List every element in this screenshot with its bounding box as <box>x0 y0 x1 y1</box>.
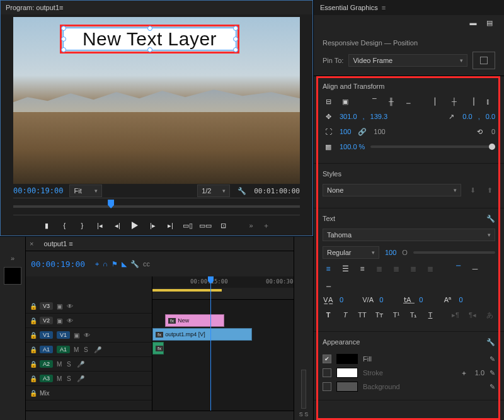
solo-icon[interactable]: S <box>67 361 73 368</box>
text-layer-editor[interactable]: New Text Layer <box>63 28 236 50</box>
scale-value[interactable]: 100 <box>340 128 351 135</box>
resize-handle-tl[interactable] <box>61 26 66 31</box>
text-justify-last-right-icon[interactable]: ≣ <box>408 264 419 274</box>
stroke-width[interactable]: 1.0 <box>475 369 484 377</box>
snap-icon[interactable]: ⌖ <box>95 260 99 268</box>
align-hright-icon[interactable]: ▕ <box>466 96 477 106</box>
voiceover-icon[interactable]: 🎤 <box>77 361 83 368</box>
timeline-scrollbar[interactable] <box>26 411 294 420</box>
mark-in-bracket-icon[interactable]: { <box>60 221 69 230</box>
text-align-center-icon[interactable]: ☰ <box>340 264 351 274</box>
source-chevron-icon[interactable]: » <box>7 253 18 263</box>
resize-handle-mr[interactable] <box>233 37 238 42</box>
subscript-icon[interactable]: T₁ <box>408 310 419 320</box>
pin-to-select[interactable]: Video Frame▾ <box>348 54 467 67</box>
new-folder-icon[interactable]: ▬ <box>467 18 479 28</box>
fill-swatch[interactable] <box>336 354 358 364</box>
text-align-left-icon[interactable]: ≡ <box>323 264 334 274</box>
anchor-x[interactable]: 0.0 <box>462 113 472 120</box>
baseline-value[interactable]: 0 <box>459 296 462 304</box>
solo-icon[interactable]: S <box>67 375 73 382</box>
timeline-playhead-line[interactable] <box>210 276 211 411</box>
link-scale-icon[interactable]: 🔗 <box>357 127 368 137</box>
all-caps-icon[interactable]: TT <box>357 310 368 320</box>
tategaki-icon[interactable]: あ <box>484 310 495 320</box>
export-frame-icon[interactable]: ⊡ <box>219 221 227 230</box>
mute-icon[interactable]: M <box>57 375 63 382</box>
resize-handle-ml[interactable] <box>61 37 66 42</box>
font-size-slider[interactable] <box>413 251 495 254</box>
new-layer-icon[interactable]: ▤ <box>484 18 495 28</box>
mute-icon[interactable]: M <box>57 361 63 368</box>
stroke-swatch[interactable] <box>336 368 358 378</box>
font-style-select[interactable]: Regular▾ <box>323 246 379 259</box>
transport-add-icon[interactable]: ＋ <box>262 221 271 230</box>
track-header-v2[interactable]: 🔒V2▣👁 <box>26 314 152 328</box>
rtl-icon[interactable]: ¶◂ <box>467 310 478 320</box>
text-align-right-icon[interactable]: ≡ <box>357 264 368 274</box>
graphics-clip[interactable]: fxNew <box>165 314 224 327</box>
ltr-icon[interactable]: ▸¶ <box>450 310 461 320</box>
panel-menu-icon[interactable]: ≡ <box>59 4 63 11</box>
linked-selection-icon[interactable]: ∩ <box>103 260 108 268</box>
fill-checkbox[interactable] <box>323 355 331 363</box>
track-header-a3[interactable]: 🔒A3MS🎤 <box>26 372 152 386</box>
align-vcenter-icon[interactable]: ╫ <box>386 96 397 106</box>
play-button[interactable] <box>130 221 139 230</box>
resize-handle-tc[interactable] <box>147 26 152 31</box>
align-vtop-icon[interactable]: ⎺ <box>369 96 380 106</box>
panel-menu-icon[interactable]: ≡ <box>382 4 386 11</box>
opacity-slider[interactable] <box>370 145 495 148</box>
mark-in-icon[interactable]: ▮ <box>42 221 51 230</box>
leading-value[interactable]: 0 <box>419 296 423 304</box>
font-family-select[interactable]: Tahoma▾ <box>323 229 495 241</box>
go-to-in-icon[interactable]: |◂ <box>95 221 104 230</box>
timeline-content[interactable]: 00:00:15:00 00:00:30:1 fxNew fxoutput1.m… <box>152 276 294 411</box>
eye-icon[interactable]: 👁 <box>67 317 73 324</box>
resize-handle-bl[interactable] <box>61 47 66 52</box>
track-header-v1[interactable]: 🔒V1V1▣👁 <box>26 328 152 343</box>
style-pull-icon[interactable]: ⬆ <box>484 185 495 195</box>
program-current-time[interactable]: 00:00:19:00 <box>13 186 63 195</box>
toggle-output-icon[interactable]: ▣ <box>57 317 63 324</box>
go-to-out-icon[interactable]: ▸| <box>166 221 175 230</box>
timeline-cc-icon[interactable]: cc <box>143 260 150 268</box>
text-justify-all-icon[interactable]: ≣ <box>425 264 436 274</box>
faux-bold-icon[interactable]: T <box>323 310 334 320</box>
text-justify-last-left-icon[interactable]: ≣ <box>374 264 385 274</box>
video-preview[interactable]: New Text Layer <box>13 17 300 184</box>
lock-icon[interactable]: 🔒 <box>30 390 36 397</box>
resize-handle-bc[interactable] <box>147 47 152 52</box>
pin-edges-widget[interactable] <box>472 52 495 69</box>
step-forward-icon[interactable]: |▸ <box>148 221 157 230</box>
text-justify-last-center-icon[interactable]: ≣ <box>391 264 402 274</box>
marker-icon[interactable]: ⚑ <box>112 260 118 268</box>
text-top-align-icon[interactable]: ⎺ <box>452 264 464 274</box>
add-stroke-icon[interactable]: ＋ <box>459 368 470 378</box>
eye-icon[interactable]: 👁 <box>67 303 73 310</box>
tracking-value[interactable]: 0 <box>340 296 343 304</box>
kerning-value[interactable]: 0 <box>379 296 383 304</box>
track-header-a2[interactable]: 🔒A2MS🎤 <box>26 357 152 372</box>
close-tab-button[interactable]: × <box>26 240 37 247</box>
voiceover-icon[interactable]: 🎤 <box>94 346 100 353</box>
opacity-value[interactable]: 100.0 % <box>340 143 365 150</box>
align-hcenter-icon[interactable]: ┼ <box>449 96 460 106</box>
transport-more-icon[interactable]: » <box>249 222 253 229</box>
lock-icon[interactable]: 🔒 <box>30 361 36 368</box>
program-scrubber[interactable] <box>13 198 300 215</box>
lock-icon[interactable]: 🔒 <box>30 303 36 310</box>
slider-knob[interactable] <box>489 144 495 150</box>
align-center-h-icon[interactable]: ▣ <box>340 96 351 106</box>
source-thumbnail[interactable] <box>4 267 21 285</box>
track-header-a1[interactable]: 🔒A1A1MS🎤 <box>26 343 152 357</box>
eyedropper-icon[interactable]: ✎ <box>490 355 495 363</box>
extract-icon[interactable]: ▭▭ <box>201 221 210 230</box>
eyedropper-icon[interactable]: ✎ <box>490 383 495 391</box>
timeline-tab[interactable]: output1 ≡ <box>37 240 79 247</box>
font-size[interactable]: 100 <box>385 249 396 256</box>
lock-icon[interactable]: 🔒 <box>30 375 36 382</box>
lock-icon[interactable]: 🔒 <box>30 317 36 324</box>
resize-handle-br[interactable] <box>233 47 238 52</box>
toggle-output-icon[interactable]: ▣ <box>74 332 80 339</box>
